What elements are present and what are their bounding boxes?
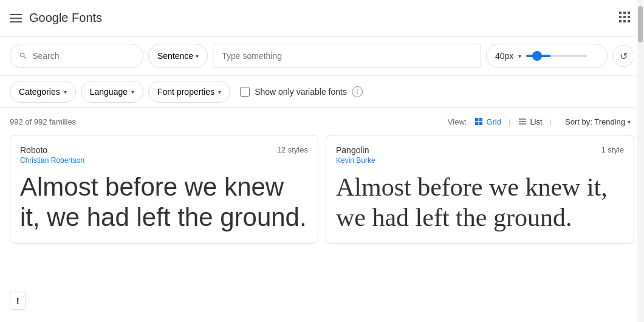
sort-label: Sort by: Trending — [565, 117, 625, 126]
font-preview: Almost before we knew it, we had left th… — [20, 172, 308, 233]
font-preview: Almost before we knew it, we had left th… — [336, 172, 624, 233]
variable-fonts-label: Show only variable fonts — [255, 87, 347, 97]
reset-button[interactable]: ↺ — [612, 45, 634, 67]
language-dropdown[interactable]: Language ▾ — [81, 81, 143, 103]
sort-divider: | — [550, 117, 552, 126]
list-view-icon — [518, 117, 527, 126]
font-author: Christian Robertson — [20, 156, 308, 165]
variable-fonts-filter: Show only variable fonts i — [240, 86, 363, 97]
reset-icon: ↺ — [620, 50, 628, 62]
categories-chevron-icon: ▾ — [64, 89, 67, 95]
feedback-icon: ! — [16, 296, 19, 306]
size-slider[interactable] — [526, 55, 587, 57]
grid-view-label: Grid — [486, 117, 501, 126]
svg-rect-13 — [519, 118, 526, 119]
font-cards-grid: Roboto 12 styles Christian Robertson Alm… — [0, 135, 644, 244]
svg-rect-0 — [619, 12, 622, 14]
card-header: Pangolin 1 style — [336, 145, 624, 155]
card-header: Roboto 12 styles — [20, 145, 308, 155]
toolbar-row1: Sentence ▾ 40px ▾ ↺ — [0, 36, 644, 76]
svg-rect-5 — [628, 16, 630, 18]
language-label: Language — [90, 87, 128, 97]
results-bar: 992 of 992 families View: Grid | List | … — [0, 108, 644, 135]
language-chevron-icon: ▾ — [131, 89, 134, 95]
list-view-button[interactable]: List — [514, 114, 546, 129]
svg-rect-3 — [619, 16, 622, 18]
font-styles: 1 style — [601, 145, 624, 154]
grid-view-icon — [474, 117, 484, 126]
svg-rect-11 — [475, 122, 478, 125]
header: Google Fonts — [0, 0, 644, 36]
font-card[interactable]: Pangolin 1 style Kevin Burke Almost befo… — [326, 135, 634, 244]
info-icon[interactable]: i — [352, 86, 363, 97]
chevron-down-icon: ▾ — [196, 53, 199, 60]
svg-rect-1 — [623, 12, 626, 14]
svg-rect-14 — [519, 121, 526, 122]
svg-rect-2 — [628, 12, 630, 14]
view-label: View: — [448, 117, 467, 126]
svg-rect-4 — [623, 16, 626, 18]
sentence-dropdown[interactable]: Sentence ▾ — [148, 44, 208, 68]
search-icon — [19, 51, 27, 61]
font-styles: 12 styles — [277, 145, 308, 154]
font-author: Kevin Burke — [336, 156, 624, 165]
font-name: Pangolin — [336, 145, 369, 155]
size-control: 40px ▾ — [486, 44, 608, 68]
svg-rect-12 — [479, 122, 482, 125]
view-divider: | — [509, 117, 510, 126]
search-box[interactable] — [10, 44, 143, 68]
svg-rect-9 — [475, 118, 478, 121]
feedback-button[interactable]: ! — [10, 292, 26, 310]
font-properties-dropdown[interactable]: Font properties ▾ — [148, 81, 230, 103]
view-sort-controls: View: Grid | List | Sort by: Trending ▾ — [448, 114, 634, 129]
menu-icon[interactable] — [10, 14, 22, 22]
font-properties-label: Font properties — [157, 87, 214, 97]
font-name: Roboto — [20, 145, 47, 155]
sort-button[interactable]: Sort by: Trending ▾ — [561, 115, 634, 129]
size-label: 40px — [495, 51, 513, 61]
font-properties-chevron-icon: ▾ — [218, 89, 221, 95]
toolbar-row2: Categories ▾ Language ▾ Font properties … — [0, 76, 644, 108]
apps-icon-button[interactable] — [615, 7, 634, 29]
svg-rect-6 — [619, 20, 622, 22]
scrollbar[interactable] — [637, 0, 644, 322]
svg-rect-8 — [628, 20, 630, 22]
svg-rect-15 — [519, 123, 526, 124]
search-input[interactable] — [32, 51, 134, 61]
sort-chevron-icon: ▾ — [628, 118, 631, 125]
size-chevron-down-icon: ▾ — [518, 53, 521, 60]
list-view-label: List — [530, 117, 542, 126]
type-something-input[interactable] — [213, 44, 481, 68]
categories-dropdown[interactable]: Categories ▾ — [10, 81, 76, 103]
grid-view-button[interactable]: Grid — [470, 114, 505, 129]
logo: Google Fonts — [29, 11, 102, 25]
header-left: Google Fonts — [10, 11, 102, 25]
sentence-label: Sentence — [157, 51, 193, 61]
scrollbar-thumb[interactable] — [638, 6, 643, 43]
variable-fonts-checkbox[interactable] — [240, 87, 250, 97]
svg-rect-7 — [623, 20, 626, 22]
font-card[interactable]: Roboto 12 styles Christian Robertson Alm… — [10, 135, 318, 244]
svg-rect-10 — [479, 118, 482, 121]
header-right — [615, 7, 634, 29]
categories-label: Categories — [19, 87, 60, 97]
results-count: 992 of 992 families — [10, 117, 76, 126]
